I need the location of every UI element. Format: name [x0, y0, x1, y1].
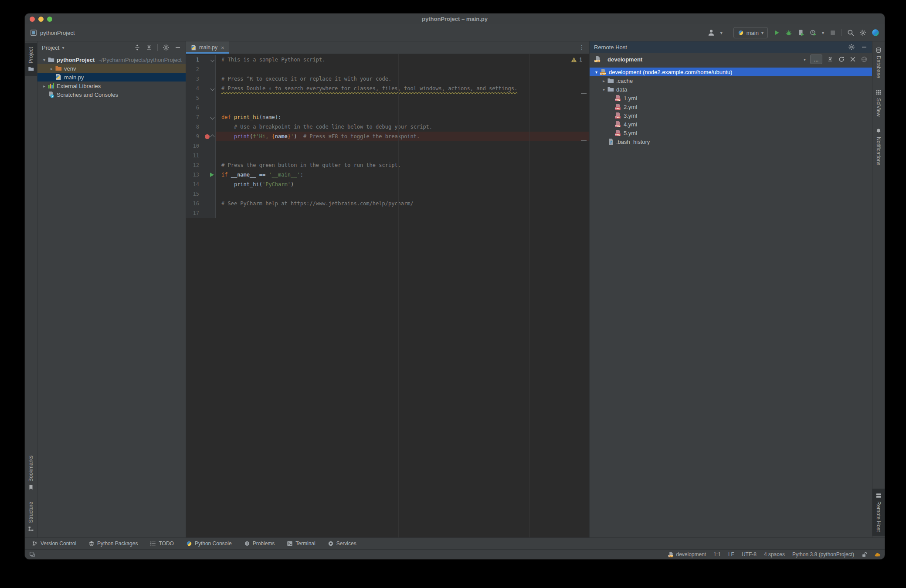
stripe-tab-database[interactable]: Database: [872, 43, 885, 82]
stripe-tab-structure[interactable]: Structure: [25, 498, 37, 536]
tree-row-3-yml[interactable]: YML3.yml: [590, 111, 872, 120]
settings-button[interactable]: [859, 29, 866, 36]
more-tabs-icon[interactable]: ⋮: [574, 44, 589, 51]
pycharm-window: pythonProject – main.py pythonProject ▾ …: [25, 14, 885, 559]
browse-button[interactable]: ...: [810, 54, 822, 64]
tree-row-main-py[interactable]: main.py: [37, 73, 186, 82]
status-item-4-spaces[interactable]: 4 spaces: [764, 551, 785, 557]
debug-button[interactable]: [785, 29, 792, 36]
run-with-coverage-button[interactable]: [797, 29, 804, 36]
status-item-1-1[interactable]: 1:1: [713, 551, 721, 557]
left-stripe-top: Project: [25, 41, 37, 78]
zoom-window-button[interactable]: [47, 17, 52, 22]
tree-row-data[interactable]: ▾data: [590, 85, 872, 94]
minimize-window-button[interactable]: [38, 17, 44, 22]
tree-row-pythonproject[interactable]: ▾pythonProject~/PycharmProjects/pythonPr…: [37, 55, 186, 64]
tree-row--cache[interactable]: ▸.cache: [590, 76, 872, 85]
stripe-tab-remote-host[interactable]: Remote Host: [872, 489, 885, 536]
tree-row-scratches-and-consoles[interactable]: Scratches and Consoles: [37, 90, 186, 99]
scrollbar-warning-mark[interactable]: [581, 140, 587, 141]
remote-collapse-all-icon[interactable]: [827, 56, 834, 63]
project-title-chevron-down-icon[interactable]: ▾: [62, 45, 64, 50]
tree-row-1-yml[interactable]: YML1.yml: [590, 94, 872, 102]
layout-icon[interactable]: [29, 551, 35, 557]
tree-row--bash-history[interactable]: ?.bash_history: [590, 137, 872, 146]
project-panel-title[interactable]: Project: [42, 44, 59, 51]
status-item[interactable]: [875, 552, 880, 557]
line-number: 4: [186, 84, 201, 93]
user-chevron-down-icon[interactable]: ▾: [720, 31, 723, 35]
tree-chevron-icon[interactable]: ▾: [41, 58, 48, 62]
disconnect-icon[interactable]: [849, 56, 856, 63]
run-configuration-selector[interactable]: main ▾: [733, 27, 768, 38]
status-item[interactable]: [862, 552, 867, 557]
tree-row-development-node2-example-com-home-ubuntu-[interactable]: ▾SFTPdevelopment (node2.example.com/home…: [590, 68, 872, 76]
tree-label: main.py: [64, 74, 84, 81]
status-item-development[interactable]: SFTPdevelopment: [668, 551, 706, 557]
fold-icon[interactable]: [210, 115, 215, 119]
tree-chevron-icon[interactable]: ▾: [601, 87, 607, 92]
code-text: print(f'Hi, {name}') # Press ⌘F8 to togg…: [216, 132, 589, 141]
tool-window-button-version-control[interactable]: Version Control: [32, 540, 76, 547]
main-area: Project BookmarksStructure Project ▾ ▾py…: [25, 41, 885, 537]
tree-row-2-yml[interactable]: YML2.yml: [590, 102, 872, 111]
project-options-gear-icon[interactable]: [163, 44, 170, 51]
tree-row-external-libraries[interactable]: ▸External Libraries: [37, 82, 186, 90]
run-button[interactable]: [773, 29, 780, 36]
tool-window-button-terminal[interactable]: Terminal: [287, 540, 315, 547]
breadcrumb[interactable]: pythonProject: [30, 29, 75, 36]
stripe-tab-project[interactable]: Project: [25, 43, 37, 76]
bell-icon: [875, 128, 882, 134]
status-item-utf-8[interactable]: UTF-8: [742, 551, 757, 557]
tree-chevron-icon[interactable]: ▸: [601, 78, 607, 83]
tree-row-4-yml[interactable]: YML4.yml: [590, 120, 872, 129]
status-item-lf[interactable]: LF: [728, 551, 734, 557]
tree-row-5-yml[interactable]: YML5.yml: [590, 129, 872, 137]
project-tool-window: Project ▾ ▾pythonProject~/PycharmProject…: [37, 41, 186, 537]
remote-host-gear-icon[interactable]: [848, 44, 855, 51]
search-everywhere-button[interactable]: [847, 29, 854, 36]
tool-window-button-python-packages[interactable]: Python Packages: [88, 540, 138, 547]
profiler-chevron-down-icon[interactable]: ▾: [822, 31, 824, 35]
fold-icon[interactable]: [210, 134, 215, 139]
hide-remote-host-icon[interactable]: [861, 44, 868, 51]
tree-chevron-icon[interactable]: ▸: [48, 66, 55, 71]
refresh-icon[interactable]: [838, 56, 845, 63]
tree-chevron-icon[interactable]: ▸: [41, 84, 48, 88]
user-icon[interactable]: [707, 29, 715, 37]
inspection-widget[interactable]: 1: [571, 57, 582, 63]
code-editor[interactable]: 1# This is a sample Python script.23# Pr…: [186, 54, 589, 537]
close-window-button[interactable]: [30, 17, 35, 22]
tree-row-venv[interactable]: ▸venv: [37, 64, 186, 73]
tool-window-button-python-console[interactable]: Python Console: [186, 540, 232, 547]
status-bar: SFTPdevelopment1:1LFUTF-84 spacesPython …: [25, 549, 885, 559]
tab-main-py[interactable]: main.py ×: [186, 41, 229, 54]
fold-icon[interactable]: [210, 58, 215, 62]
stripe-tab-notifications[interactable]: Notifications: [872, 124, 885, 169]
hide-project-panel-icon[interactable]: [174, 44, 181, 51]
profiler-button[interactable]: [810, 29, 817, 36]
stripe-tab-sciview[interactable]: SciView: [872, 85, 885, 120]
breakpoint-icon[interactable]: [205, 134, 210, 139]
stop-button[interactable]: [829, 29, 836, 36]
tool-window-button-todo[interactable]: TODO: [150, 540, 173, 547]
fold-icon[interactable]: [210, 86, 215, 91]
expand-all-icon[interactable]: [134, 44, 141, 51]
scrollbar-warning-mark[interactable]: [581, 93, 587, 94]
server-selector[interactable]: development: [607, 56, 642, 63]
left-stripe-bottom: BookmarksStructure: [25, 450, 37, 537]
svg-text:SFTP: SFTP: [594, 60, 601, 62]
server-chevron-down-icon[interactable]: ▾: [804, 57, 806, 62]
tool-window-button-services[interactable]: Services: [328, 540, 356, 547]
collapse-all-icon[interactable]: [146, 44, 153, 51]
status-item-python-3-8-pythonproject-[interactable]: Python 3.8 (pythonProject): [792, 551, 854, 557]
code-with-me-icon[interactable]: [872, 29, 879, 37]
tool-window-button-problems[interactable]: Problems: [244, 540, 275, 547]
tree-label: 2.yml: [624, 104, 637, 110]
toolbar-actions: ▾ main ▾ ▾: [707, 27, 879, 38]
run-line-icon[interactable]: [210, 173, 214, 177]
status-item-label: LF: [728, 551, 734, 557]
tab-close-icon[interactable]: ×: [221, 44, 224, 51]
tree-chevron-icon[interactable]: ▾: [593, 70, 600, 75]
stripe-tab-bookmarks[interactable]: Bookmarks: [25, 452, 37, 494]
